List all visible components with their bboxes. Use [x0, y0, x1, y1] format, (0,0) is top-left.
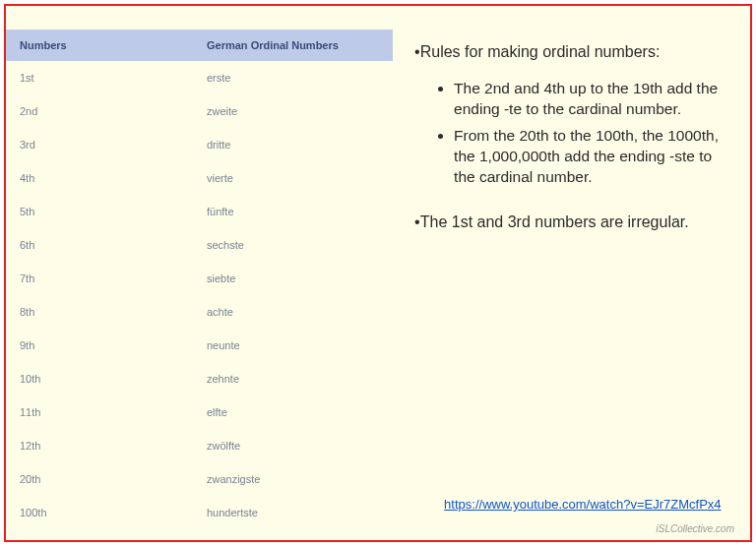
cell-number: 6th: [6, 239, 203, 251]
table-row: 1sterste: [6, 61, 393, 94]
rule-item: The 2nd and 4th up to the 19th add the e…: [454, 79, 728, 120]
cell-german: vierte: [203, 172, 393, 184]
table-row: 3rddritte: [6, 128, 393, 161]
cell-number: 3rd: [6, 139, 203, 151]
cell-number: 10th: [6, 373, 203, 385]
table-row: 10thzehnte: [6, 362, 393, 395]
cell-german: elfte: [203, 406, 393, 418]
table-row: 8thachte: [6, 295, 393, 329]
cell-number: 8th: [6, 306, 203, 318]
table-body: 1sterste2ndzweite3rddritte4thvierte5thfü…: [6, 61, 393, 529]
table-row: 11thelfte: [6, 395, 393, 429]
table-row: 4thvierte: [6, 161, 393, 195]
header-german: German Ordinal Numbers: [203, 39, 393, 51]
table-row: 5thfünfte: [6, 195, 393, 228]
table-row: 9thneunte: [6, 329, 393, 362]
cell-german: sechste: [203, 239, 393, 251]
cell-number: 1st: [6, 72, 203, 84]
ordinals-table: Numbers German Ordinal Numbers 1sterste2…: [6, 30, 393, 529]
cell-number: 11th: [6, 406, 203, 418]
cell-german: hundertste: [203, 507, 393, 518]
table-header-row: Numbers German Ordinal Numbers: [6, 30, 393, 61]
cell-german: zweite: [203, 105, 393, 117]
cell-german: dritte: [203, 139, 393, 151]
cell-number: 9th: [6, 339, 203, 351]
cell-german: zwölfte: [203, 440, 393, 452]
right-panel: •Rules for making ordinal numbers: The 2…: [393, 6, 750, 540]
rules-heading: •Rules for making ordinal numbers:: [414, 43, 728, 61]
table-row: 20thzwanzigste: [6, 462, 393, 496]
cell-german: zwanzigste: [203, 473, 393, 485]
cell-number: 12th: [6, 440, 203, 452]
cell-german: zehnte: [203, 373, 393, 385]
link-block: https://www.youtube.com/watch?v=EJr7ZMcf…: [444, 495, 721, 513]
watermark: iSLCollective.com: [657, 523, 734, 534]
table-row: 100thhundertste: [6, 496, 393, 529]
document-frame: Numbers German Ordinal Numbers 1sterste2…: [4, 4, 752, 542]
cell-german: neunte: [203, 339, 393, 351]
rule-item: From the 20th to the 100th, the 1000th, …: [454, 126, 728, 188]
youtube-link[interactable]: https://www.youtube.com/watch?v=EJr7ZMcf…: [444, 497, 721, 512]
cell-number: 20th: [6, 473, 203, 485]
cell-number: 2nd: [6, 105, 203, 117]
left-panel: Numbers German Ordinal Numbers 1sterste2…: [6, 6, 393, 540]
table-row: 7thsiebte: [6, 262, 393, 295]
table-row: 12thzwölfte: [6, 429, 393, 462]
header-numbers: Numbers: [6, 39, 203, 51]
rules-list: The 2nd and 4th up to the 19th add the e…: [414, 79, 728, 188]
cell-number: 7th: [6, 273, 203, 284]
cell-german: siebte: [203, 273, 393, 284]
cell-number: 5th: [6, 206, 203, 217]
cell-german: erste: [203, 72, 393, 84]
table-row: 6thsechste: [6, 228, 393, 262]
irregular-note: •The 1st and 3rd numbers are irregular.: [414, 213, 728, 231]
cell-number: 100th: [6, 507, 203, 518]
cell-german: fünfte: [203, 206, 393, 217]
cell-number: 4th: [6, 172, 203, 184]
table-row: 2ndzweite: [6, 94, 393, 128]
cell-german: achte: [203, 306, 393, 318]
